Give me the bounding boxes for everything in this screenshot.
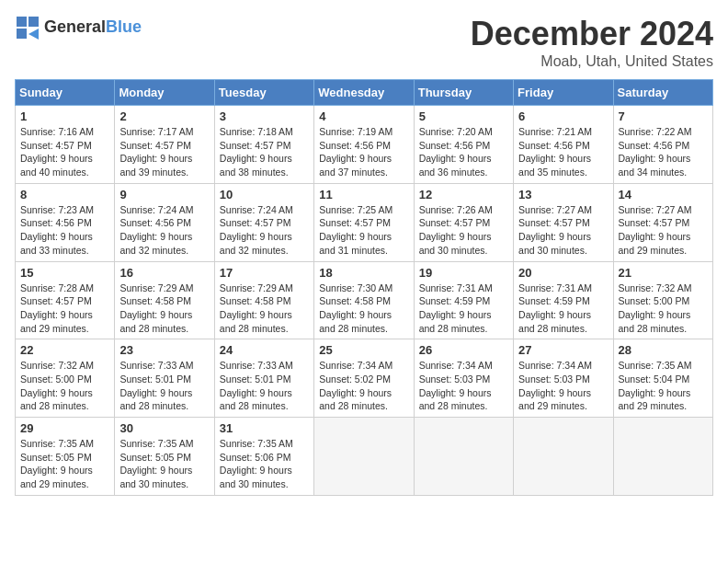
day-number: 3 [220, 109, 309, 123]
day-number: 12 [419, 188, 508, 201]
day-info: Sunrise: 7:20 AM Sunset: 4:56 PM Dayligh… [419, 125, 508, 179]
calendar-cell: 25Sunrise: 7:34 AM Sunset: 5:02 PM Dayli… [314, 339, 414, 418]
calendar-cell: 3Sunrise: 7:18 AM Sunset: 4:57 PM Daylig… [214, 106, 313, 184]
calendar-cell: 11Sunrise: 7:25 AM Sunset: 4:57 PM Dayli… [314, 183, 414, 261]
calendar-cell: 7Sunrise: 7:22 AM Sunset: 4:56 PM Daylig… [613, 106, 712, 184]
calendar-cell [613, 418, 712, 496]
calendar-cell: 16Sunrise: 7:29 AM Sunset: 4:58 PM Dayli… [115, 261, 214, 339]
day-number: 17 [220, 266, 309, 280]
calendar-cell: 17Sunrise: 7:29 AM Sunset: 4:58 PM Dayli… [214, 261, 313, 339]
logo-text: GeneralBlue [44, 18, 142, 37]
day-number: 24 [220, 343, 309, 357]
day-info: Sunrise: 7:18 AM Sunset: 4:57 PM Dayligh… [220, 125, 309, 179]
calendar-cell: 14Sunrise: 7:27 AM Sunset: 4:57 PM Dayli… [613, 183, 712, 261]
day-info: Sunrise: 7:27 AM Sunset: 4:57 PM Dayligh… [518, 203, 608, 258]
weekday-header-thursday: Thursday [414, 80, 513, 106]
calendar-cell: 18Sunrise: 7:30 AM Sunset: 4:58 PM Dayli… [314, 261, 414, 339]
weekday-header-row: SundayMondayTuesdayWednesdayThursdayFrid… [16, 80, 713, 106]
day-number: 13 [518, 188, 608, 201]
day-number: 22 [20, 343, 109, 357]
day-info: Sunrise: 7:31 AM Sunset: 4:59 PM Dayligh… [419, 282, 508, 336]
weekday-header-monday: Monday [115, 80, 214, 106]
day-number: 27 [518, 343, 608, 357]
day-info: Sunrise: 7:33 AM Sunset: 5:01 PM Dayligh… [119, 359, 209, 413]
calendar-cell: 9Sunrise: 7:24 AM Sunset: 4:56 PM Daylig… [115, 183, 214, 261]
weekday-header-friday: Friday [514, 80, 613, 106]
day-number: 10 [220, 188, 309, 201]
day-info: Sunrise: 7:27 AM Sunset: 4:57 PM Dayligh… [619, 203, 708, 258]
day-info: Sunrise: 7:32 AM Sunset: 5:00 PM Dayligh… [20, 359, 109, 413]
title-area: December 2024 Moab, Utah, United States [471, 15, 713, 70]
calendar-cell: 5Sunrise: 7:20 AM Sunset: 4:56 PM Daylig… [414, 106, 513, 184]
logo-general: General [44, 17, 106, 36]
day-info: Sunrise: 7:24 AM Sunset: 4:57 PM Dayligh… [220, 203, 309, 258]
day-number: 23 [119, 343, 209, 357]
month-title: December 2024 [471, 15, 713, 53]
calendar-cell: 26Sunrise: 7:34 AM Sunset: 5:03 PM Dayli… [414, 339, 513, 418]
calendar-cell [314, 418, 414, 496]
calendar-cell: 15Sunrise: 7:28 AM Sunset: 4:57 PM Dayli… [16, 261, 115, 339]
day-info: Sunrise: 7:22 AM Sunset: 4:56 PM Dayligh… [619, 125, 708, 179]
calendar-cell: 24Sunrise: 7:33 AM Sunset: 5:01 PM Dayli… [214, 339, 313, 418]
day-number: 6 [518, 109, 608, 123]
day-info: Sunrise: 7:30 AM Sunset: 4:58 PM Dayligh… [319, 282, 408, 336]
svg-rect-0 [17, 17, 27, 27]
calendar-week-2: 8Sunrise: 7:23 AM Sunset: 4:56 PM Daylig… [16, 183, 713, 261]
calendar-cell: 20Sunrise: 7:31 AM Sunset: 4:59 PM Dayli… [514, 261, 613, 339]
weekday-header-saturday: Saturday [613, 80, 712, 106]
day-number: 15 [20, 266, 109, 280]
calendar-cell: 12Sunrise: 7:26 AM Sunset: 4:57 PM Dayli… [414, 183, 513, 261]
calendar-cell: 2Sunrise: 7:17 AM Sunset: 4:57 PM Daylig… [115, 106, 214, 184]
day-number: 18 [319, 266, 408, 280]
day-number: 2 [119, 109, 209, 123]
svg-rect-2 [17, 29, 27, 39]
day-number: 1 [20, 109, 109, 123]
calendar-week-5: 29Sunrise: 7:35 AM Sunset: 5:05 PM Dayli… [16, 418, 713, 496]
logo-blue: Blue [106, 17, 142, 36]
weekday-header-tuesday: Tuesday [214, 80, 313, 106]
calendar-cell: 13Sunrise: 7:27 AM Sunset: 4:57 PM Dayli… [514, 183, 613, 261]
day-info: Sunrise: 7:19 AM Sunset: 4:56 PM Dayligh… [319, 125, 408, 179]
svg-marker-3 [28, 29, 39, 40]
day-number: 21 [619, 266, 708, 280]
day-number: 5 [419, 109, 508, 123]
calendar-week-4: 22Sunrise: 7:32 AM Sunset: 5:00 PM Dayli… [16, 339, 713, 418]
header: GeneralBlue December 2024 Moab, Utah, Un… [15, 15, 713, 70]
day-info: Sunrise: 7:35 AM Sunset: 5:04 PM Dayligh… [619, 359, 708, 413]
day-number: 4 [319, 109, 408, 123]
day-number: 30 [119, 421, 209, 435]
day-info: Sunrise: 7:29 AM Sunset: 4:58 PM Dayligh… [119, 282, 209, 336]
calendar-cell: 28Sunrise: 7:35 AM Sunset: 5:04 PM Dayli… [613, 339, 712, 418]
day-number: 9 [119, 188, 209, 201]
calendar-body: 1Sunrise: 7:16 AM Sunset: 4:57 PM Daylig… [16, 106, 713, 496]
day-info: Sunrise: 7:28 AM Sunset: 4:57 PM Dayligh… [20, 282, 109, 336]
day-info: Sunrise: 7:34 AM Sunset: 5:03 PM Dayligh… [419, 359, 508, 413]
logo: GeneralBlue [15, 15, 142, 40]
weekday-header-sunday: Sunday [16, 80, 115, 106]
day-info: Sunrise: 7:29 AM Sunset: 4:58 PM Dayligh… [220, 282, 309, 336]
logo-icon [15, 15, 40, 40]
day-info: Sunrise: 7:34 AM Sunset: 5:02 PM Dayligh… [319, 359, 408, 413]
day-info: Sunrise: 7:35 AM Sunset: 5:05 PM Dayligh… [119, 437, 209, 491]
calendar-cell: 23Sunrise: 7:33 AM Sunset: 5:01 PM Dayli… [115, 339, 214, 418]
calendar-cell: 31Sunrise: 7:35 AM Sunset: 5:06 PM Dayli… [214, 418, 313, 496]
calendar-cell: 1Sunrise: 7:16 AM Sunset: 4:57 PM Daylig… [16, 106, 115, 184]
day-number: 14 [619, 188, 708, 201]
calendar-cell: 30Sunrise: 7:35 AM Sunset: 5:05 PM Dayli… [115, 418, 214, 496]
calendar-cell [414, 418, 513, 496]
day-info: Sunrise: 7:21 AM Sunset: 4:56 PM Dayligh… [518, 125, 608, 179]
calendar-cell: 22Sunrise: 7:32 AM Sunset: 5:00 PM Dayli… [16, 339, 115, 418]
weekday-header-wednesday: Wednesday [314, 80, 414, 106]
location-title: Moab, Utah, United States [471, 53, 713, 70]
calendar-week-3: 15Sunrise: 7:28 AM Sunset: 4:57 PM Dayli… [16, 261, 713, 339]
calendar-table: SundayMondayTuesdayWednesdayThursdayFrid… [15, 79, 713, 496]
day-number: 20 [518, 266, 608, 280]
day-number: 31 [220, 421, 309, 435]
day-info: Sunrise: 7:23 AM Sunset: 4:56 PM Dayligh… [20, 203, 109, 258]
day-number: 26 [419, 343, 508, 357]
calendar-cell [514, 418, 613, 496]
calendar-cell: 10Sunrise: 7:24 AM Sunset: 4:57 PM Dayli… [214, 183, 313, 261]
day-number: 16 [119, 266, 209, 280]
day-number: 25 [319, 343, 408, 357]
calendar-cell: 6Sunrise: 7:21 AM Sunset: 4:56 PM Daylig… [514, 106, 613, 184]
